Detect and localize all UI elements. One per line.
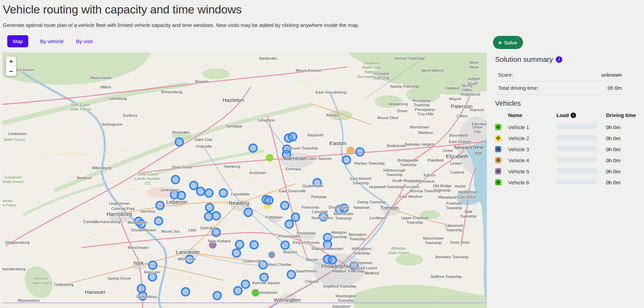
tab-by-vehicle[interactable]: By vehicle xyxy=(39,35,64,47)
vehicle-row: Vehicle 10h 0m xyxy=(495,122,637,133)
summary-table: Score: unknown Total driving time: 0h 0m xyxy=(495,68,622,95)
vehicle-row: Vehicle 20h 0m xyxy=(495,133,637,144)
visit-marker[interactable] xyxy=(250,240,259,250)
visit-marker[interactable] xyxy=(287,270,296,279)
visit-marker[interactable] xyxy=(185,255,194,264)
visit-marker[interactable] xyxy=(219,189,228,198)
visit-marker[interactable] xyxy=(355,147,365,157)
vehicle-rows: Vehicle 10h 0mVehicle 20h 0mVehicle 30h … xyxy=(495,122,637,188)
depot-marker[interactable] xyxy=(209,241,217,249)
visit-marker[interactable] xyxy=(280,201,290,210)
vehicle-driving-time: 0h 0m xyxy=(606,169,637,174)
col-driving-time: Driving time xyxy=(606,112,637,118)
tab-bar: Map By vehicle By visit xyxy=(7,35,93,47)
visit-marker[interactable] xyxy=(175,137,184,147)
vehicle-load-bar xyxy=(556,124,597,129)
visit-marker[interactable] xyxy=(232,249,241,258)
vehicle-name: Vehicle 6 xyxy=(508,180,556,185)
tab-by-visit[interactable]: By visit xyxy=(76,35,93,47)
depot-marker[interactable] xyxy=(266,154,273,162)
depot-marker[interactable] xyxy=(346,146,355,155)
vehicle-name: Vehicle 1 xyxy=(508,124,556,130)
vehicle-color-icon xyxy=(495,146,501,152)
visit-marker[interactable] xyxy=(233,286,243,296)
vehicle-load-bar xyxy=(556,168,597,173)
play-icon: ▶ xyxy=(499,40,502,45)
visit-marker[interactable] xyxy=(342,155,351,165)
solve-button[interactable]: ▶ Solve xyxy=(493,36,523,49)
visit-marker[interactable] xyxy=(212,228,221,237)
load-info-icon[interactable]: i xyxy=(571,113,576,118)
visit-marker[interactable] xyxy=(148,261,158,270)
visit-marker[interactable] xyxy=(148,272,157,282)
map-base-tiles xyxy=(2,52,487,308)
vehicle-load-bar xyxy=(556,179,597,184)
vehicle-row: Vehicle 50h 0m xyxy=(495,166,637,177)
vehicle-load-bar xyxy=(556,146,597,151)
vehicle-driving-time: 0h 0m xyxy=(606,135,637,141)
visit-marker[interactable] xyxy=(249,144,258,153)
visit-marker[interactable] xyxy=(155,201,165,210)
vehicle-row: Vehicle 60h 0m xyxy=(495,177,637,188)
visit-marker[interactable] xyxy=(177,191,186,200)
visit-marker[interactable] xyxy=(196,187,205,196)
visit-marker[interactable] xyxy=(282,150,291,159)
map-zoom-control: + − xyxy=(6,57,16,76)
vehicle-load-bar xyxy=(556,135,597,140)
total-driving-time-label: Total driving time: xyxy=(498,85,539,91)
visit-marker[interactable] xyxy=(259,260,268,270)
visit-marker[interactable] xyxy=(154,216,163,226)
total-driving-time-row: Total driving time: 0h 0m xyxy=(495,81,622,95)
visit-marker[interactable] xyxy=(235,240,244,249)
visit-marker[interactable] xyxy=(213,291,222,300)
visit-marker[interactable] xyxy=(328,256,337,265)
solution-summary-title: Solution summary xyxy=(495,55,553,64)
tab-map[interactable]: Map xyxy=(7,35,28,47)
visit-marker[interactable] xyxy=(241,280,250,289)
vehicle-driving-time: 0h 0m xyxy=(606,180,637,185)
vehicle-load-bar xyxy=(556,157,597,162)
vehicle-color-icon xyxy=(495,135,501,141)
vehicle-color-icon xyxy=(495,179,501,185)
info-icon[interactable]: i xyxy=(556,56,562,63)
visit-marker[interactable] xyxy=(350,261,359,271)
map-canvas[interactable]: Lock HavenWatsontownMiltonLewisburgBloom… xyxy=(2,52,487,308)
visit-marker[interactable] xyxy=(204,189,214,198)
score-row: Score: unknown xyxy=(495,68,622,81)
solution-panel: Solution summary i Score: unknown Total … xyxy=(495,55,633,188)
visit-marker[interactable] xyxy=(319,212,328,222)
vehicle-color-icon xyxy=(495,168,501,174)
vehicle-name: Vehicle 3 xyxy=(508,146,556,152)
visit-marker[interactable] xyxy=(285,220,294,229)
visit-marker[interactable] xyxy=(171,175,180,184)
visit-marker[interactable] xyxy=(323,240,332,249)
zoom-in-button[interactable]: + xyxy=(6,57,16,66)
visit-marker[interactable] xyxy=(264,196,274,205)
score-value: unknown xyxy=(601,72,622,78)
visit-marker[interactable] xyxy=(138,291,148,301)
depot-marker[interactable] xyxy=(268,251,275,258)
vehicle-color-icon xyxy=(495,157,501,163)
visit-marker[interactable] xyxy=(288,132,298,142)
visit-marker[interactable] xyxy=(313,178,322,187)
solve-label: Solve xyxy=(504,40,517,46)
vehicles-heading: Vehicles xyxy=(495,99,633,107)
score-label: Score: xyxy=(498,72,513,78)
visit-marker[interactable] xyxy=(340,204,349,213)
vehicle-color-icon xyxy=(495,124,501,130)
vehicle-driving-time: 0h 0m xyxy=(606,157,637,163)
visit-marker[interactable] xyxy=(260,273,269,282)
depot-marker[interactable] xyxy=(252,289,259,297)
vehicle-driving-time: 0h 0m xyxy=(606,124,637,130)
vehicle-name: Vehicle 2 xyxy=(508,135,556,141)
visit-marker[interactable] xyxy=(212,211,221,221)
vehicle-name: Vehicle 4 xyxy=(508,157,556,163)
visit-marker[interactable] xyxy=(137,220,146,229)
visit-marker[interactable] xyxy=(281,241,290,250)
col-load: Load xyxy=(556,112,569,118)
zoom-out-button[interactable]: − xyxy=(6,66,16,76)
visit-marker[interactable] xyxy=(205,203,214,212)
visit-marker[interactable] xyxy=(181,287,190,297)
vehicles-table-header: Name Load i Driving time xyxy=(495,111,637,122)
visit-marker[interactable] xyxy=(244,208,253,217)
